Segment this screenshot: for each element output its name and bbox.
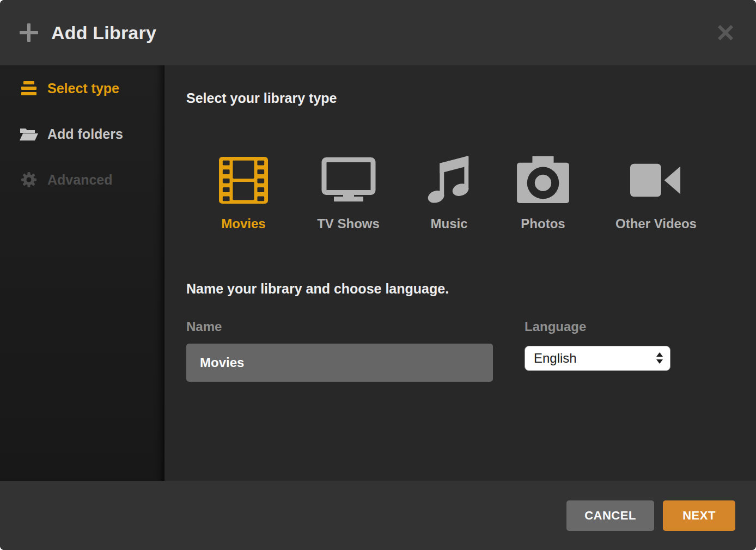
close-icon <box>718 25 733 40</box>
tv-icon <box>321 155 376 205</box>
dialog-header: Add Library <box>0 0 756 65</box>
library-type-other-videos[interactable]: Other Videos <box>611 155 701 231</box>
library-name-input[interactable] <box>186 344 493 382</box>
add-library-dialog: Add Library Select t <box>0 0 756 550</box>
list-icon <box>20 81 38 96</box>
sidebar: Select type Add folders <box>0 65 164 481</box>
library-type-music[interactable]: Music <box>423 155 475 231</box>
name-language-form: Name Language English <box>186 319 756 382</box>
close-button[interactable] <box>715 22 736 44</box>
library-type-label: Music <box>430 216 467 231</box>
music-note-icon <box>425 155 474 205</box>
cancel-button[interactable]: CANCEL <box>566 500 654 531</box>
gear-icon <box>20 172 38 188</box>
main-content: Select your library type <box>164 65 756 481</box>
type-section-title: Select your library type <box>186 90 756 106</box>
sidebar-item-advanced: Advanced <box>0 157 164 203</box>
language-select[interactable]: English <box>525 346 670 371</box>
video-camera-icon <box>630 155 682 205</box>
dialog-body: Select type Add folders <box>0 65 756 481</box>
library-type-label: TV Shows <box>317 216 380 231</box>
next-button[interactable]: NEXT <box>663 500 735 531</box>
library-type-photos[interactable]: Photos <box>516 155 570 231</box>
dialog-title: Add Library <box>51 22 156 44</box>
folder-open-icon <box>20 126 38 142</box>
language-field-group: Language English <box>525 319 670 382</box>
library-type-tv-shows[interactable]: TV Shows <box>314 155 382 231</box>
library-type-row: Movies TV Shows <box>214 155 756 231</box>
sidebar-item-select-type[interactable]: Select type <box>0 65 164 111</box>
sidebar-item-label: Advanced <box>47 172 112 188</box>
sidebar-item-label: Add folders <box>47 126 123 142</box>
sidebar-item-add-folders[interactable]: Add folders <box>0 111 164 157</box>
name-field-group: Name <box>186 319 493 382</box>
dialog-footer: CANCEL NEXT <box>0 481 756 550</box>
film-strip-icon <box>219 155 268 205</box>
language-selected-value: English <box>534 351 577 366</box>
sidebar-item-label: Select type <box>47 81 119 96</box>
language-label: Language <box>525 319 670 335</box>
plus-icon <box>20 23 38 42</box>
library-type-label: Movies <box>221 216 265 231</box>
camera-icon <box>517 155 569 205</box>
library-type-label: Other Videos <box>615 216 697 231</box>
name-label: Name <box>186 319 493 335</box>
select-spinner-icon <box>656 352 663 364</box>
library-type-movies[interactable]: Movies <box>214 155 273 231</box>
library-type-label: Photos <box>521 216 565 231</box>
name-section-title: Name your library and choose language. <box>186 280 756 297</box>
